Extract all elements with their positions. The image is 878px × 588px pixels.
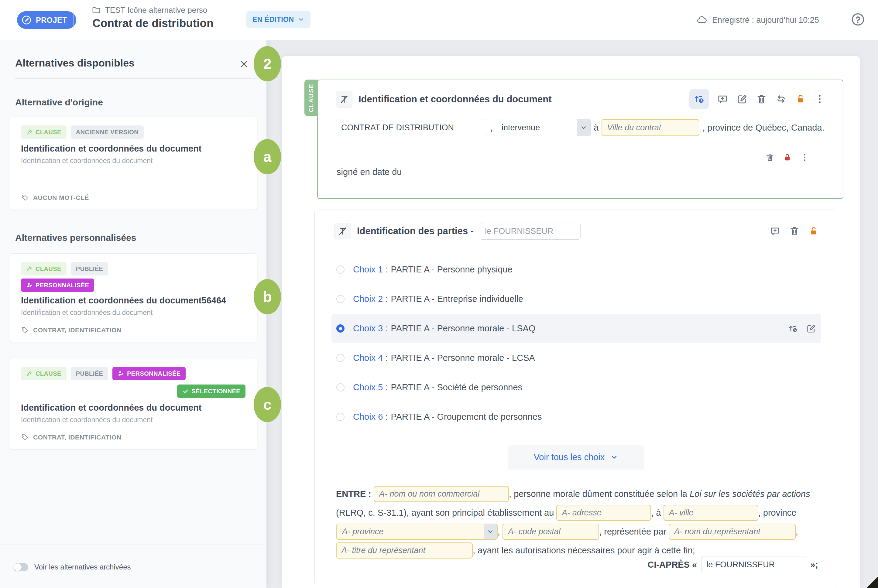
alternative-card-origin[interactable]: CLAUSE ANCIENNE VERSION Identification e… <box>9 117 257 210</box>
annotation-marker-a: a <box>254 139 281 174</box>
section-origin-title: Alternative d'origine <box>15 97 103 108</box>
project-pen-icon <box>21 15 32 26</box>
archived-toggle-label: Voir les alternatives archivées <box>35 563 131 571</box>
gavel-icon <box>26 129 33 135</box>
contract-city-input[interactable] <box>602 119 699 136</box>
radio-icon[interactable] <box>336 354 345 362</box>
edit-button[interactable] <box>737 93 747 105</box>
keywords-row: CONTRAT, IDENTIFICATION <box>21 434 246 441</box>
add-comment-button[interactable] <box>770 226 780 237</box>
clause-tab: CLAUSE <box>305 80 318 116</box>
keywords-label: CONTRAT, IDENTIFICATION <box>33 327 122 334</box>
keywords-row: CONTRAT, IDENTIFICATION <box>21 326 246 334</box>
radio-icon[interactable] <box>336 295 345 303</box>
project-badge[interactable]: PROJET <box>17 11 76 29</box>
party-representative-input[interactable] <box>669 524 795 540</box>
at-text: à <box>594 123 599 133</box>
check-icon <box>182 388 189 394</box>
radio-icon[interactable] <box>336 266 345 274</box>
toggle-knob <box>14 563 22 571</box>
project-badge-label: PROJET <box>36 16 67 25</box>
party-postal-code-input[interactable] <box>503 524 599 540</box>
more-options-button[interactable] <box>814 93 825 105</box>
select-chevron-icon <box>577 119 590 136</box>
unlock-icon[interactable] <box>809 226 819 236</box>
signed-date-text: signé en date du <box>337 167 402 177</box>
choice-edit-button[interactable] <box>806 324 816 334</box>
save-status: Enregistré : aujourd'hui 10:25 <box>696 0 819 40</box>
clause-badge: CLAUSE <box>21 367 66 380</box>
badge-row: CLAUSE PUBLIÉE <box>21 262 246 276</box>
help-icon[interactable] <box>851 12 865 27</box>
annotation-marker-b: b <box>254 279 281 314</box>
person-edit-icon <box>26 282 33 288</box>
radio-icon[interactable] <box>336 413 345 421</box>
old-version-badge: ANCIENNE VERSION <box>71 125 144 139</box>
clause2-header: Identification des parties - <box>335 223 581 240</box>
clause1-fields-row: , intervenue à , province de Québec, Can… <box>336 119 824 136</box>
cloud-icon <box>696 15 707 26</box>
person-edit-icon <box>117 370 124 377</box>
locked-icon[interactable] <box>783 153 792 162</box>
party-address-input[interactable] <box>556 505 651 521</box>
add-comment-button[interactable] <box>717 93 728 105</box>
annotation-marker-c: c <box>254 387 281 422</box>
radio-selected-icon[interactable] <box>336 324 345 333</box>
select-chevron-icon <box>484 524 497 539</box>
alternative-card-custom-1[interactable]: CLAUSE PUBLIÉE PERSONNALISÉE Identificat… <box>9 253 257 342</box>
alternative-title: Identification et coordonnées du documen… <box>21 144 246 154</box>
radio-icon[interactable] <box>336 383 345 392</box>
badge-row-2: PERSONNALISÉE <box>21 279 246 292</box>
swap-clause-button[interactable] <box>775 93 787 105</box>
party-name-input[interactable] <box>374 486 509 502</box>
save-status-label: Enregistré : aujourd'hui 10:25 <box>712 15 819 25</box>
representative-title-input[interactable] <box>336 543 473 558</box>
party-city-input[interactable] <box>663 505 758 521</box>
clause2-title: Identification des parties - <box>357 226 474 237</box>
alternative-title: Identification et coordonnées du documen… <box>21 403 246 413</box>
delete-button[interactable] <box>756 93 767 105</box>
alternative-card-custom-2-selected[interactable]: CLAUSE PUBLIÉE PERSONNALISÉE SÉLECTIONNÉ… <box>9 358 257 450</box>
unlock-icon[interactable] <box>795 93 806 105</box>
intervenue-select[interactable]: intervenue <box>496 119 591 136</box>
supplier-name-input[interactable] <box>480 223 581 240</box>
header-divider <box>74 9 74 32</box>
choice-option-4[interactable]: Choix 4 : PARTIE A - Personne morale - L… <box>332 343 821 373</box>
alternative-subtitle: Identification et coordonnées du documen… <box>21 416 246 424</box>
status-badge[interactable]: EN ÉDITION <box>246 11 311 28</box>
province-text: , province de Québec, Canada. <box>702 123 824 133</box>
entre-label: ENTRE : <box>336 489 371 499</box>
published-badge: PUBLIÉE <box>71 367 108 380</box>
comma-text: , <box>490 123 493 133</box>
history-versions-button[interactable] <box>689 89 709 109</box>
panel-title: Alternatives disponibles <box>15 57 135 69</box>
close-icon[interactable] <box>239 59 249 69</box>
personalized-badge: PERSONNALISÉE <box>21 279 94 292</box>
party-province-select[interactable]: A- province <box>336 524 498 540</box>
choice-option-5[interactable]: Choix 5 : PARTIE A - Société de personne… <box>332 373 821 402</box>
clause1-paragraph-tools <box>765 153 809 162</box>
choice-option-6[interactable]: Choix 6 : PARTIE A - Groupement de perso… <box>332 402 821 432</box>
defined-term-input[interactable] <box>701 556 806 573</box>
clause1-toolbar <box>689 89 825 109</box>
panel-divider <box>15 78 257 79</box>
choice-option-2[interactable]: Choix 2 : PARTIE A - Entreprise individu… <box>332 284 821 314</box>
ci-apres-suffix: »; <box>810 560 818 570</box>
clause-badge: CLAUSE <box>21 262 66 276</box>
breadcrumb: TEST Icône alternative perso <box>92 6 207 15</box>
text-format-off-icon <box>335 223 351 239</box>
choice-option-1[interactable]: Choix 1 : PARTIE A - Personne physique <box>332 255 821 284</box>
editor-area: CLAUSE Identification et coordonnées du … <box>266 40 878 588</box>
choices-list: Choix 1 : PARTIE A - Personne physique C… <box>332 255 821 432</box>
choice-history-button[interactable] <box>788 324 798 334</box>
archived-toggle[interactable] <box>14 563 28 571</box>
contract-name-input[interactable] <box>336 119 487 136</box>
paragraph-more-options-button[interactable] <box>800 153 809 162</box>
choice-option-3-selected[interactable]: Choix 3 : PARTIE A - Personne morale - L… <box>332 314 821 343</box>
tag-icon <box>21 326 29 334</box>
badge-row: CLAUSE ANCIENNE VERSION <box>21 125 246 139</box>
page-title: Contrat de distribution <box>92 17 213 30</box>
delete-paragraph-button[interactable] <box>765 153 775 162</box>
see-all-choices-button[interactable]: Voir tous les choix <box>508 445 644 470</box>
delete-button[interactable] <box>789 226 800 237</box>
